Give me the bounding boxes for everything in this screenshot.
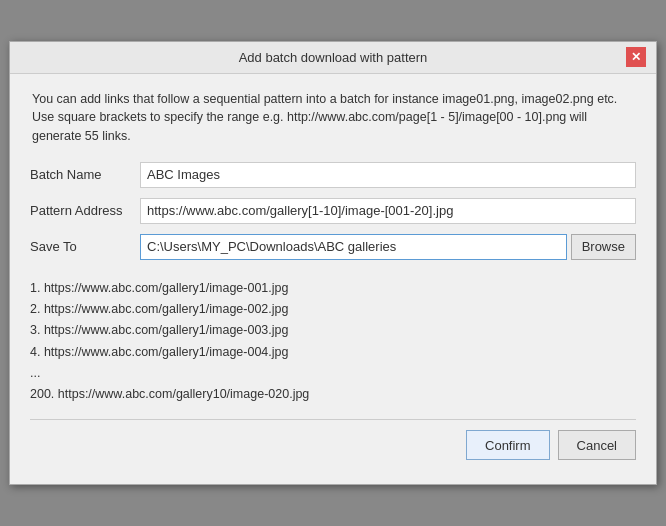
batch-name-label: Batch Name xyxy=(30,167,140,182)
save-to-input[interactable] xyxy=(140,234,567,260)
cancel-button[interactable]: Cancel xyxy=(558,430,636,460)
preview-line-1: 1. https://www.abc.com/gallery1/image-00… xyxy=(30,278,636,299)
save-to-row: Save To Browse xyxy=(30,234,636,260)
preview-line-3: 3. https://www.abc.com/gallery1/image-00… xyxy=(30,320,636,341)
save-to-label: Save To xyxy=(30,239,140,254)
browse-button[interactable]: Browse xyxy=(571,234,636,260)
preview-line-last: 200. https://www.abc.com/gallery10/image… xyxy=(30,384,636,405)
pattern-address-label: Pattern Address xyxy=(30,203,140,218)
close-button[interactable]: ✕ xyxy=(626,47,646,67)
description-text: You can add links that follow a sequenti… xyxy=(30,90,636,146)
confirm-button[interactable]: Confirm xyxy=(466,430,550,460)
dialog-title: Add batch download with pattern xyxy=(239,50,428,65)
preview-list: 1. https://www.abc.com/gallery1/image-00… xyxy=(30,274,636,410)
preview-line-2: 2. https://www.abc.com/gallery1/image-00… xyxy=(30,299,636,320)
batch-name-row: Batch Name xyxy=(30,162,636,188)
dialog-body: You can add links that follow a sequenti… xyxy=(10,74,656,485)
pattern-address-row: Pattern Address xyxy=(30,198,636,224)
divider xyxy=(30,419,636,420)
button-row: Confirm Cancel xyxy=(30,430,636,468)
preview-line-4: 4. https://www.abc.com/gallery1/image-00… xyxy=(30,342,636,363)
preview-line-ellipsis: ... xyxy=(30,363,636,384)
pattern-address-input[interactable] xyxy=(140,198,636,224)
batch-name-input[interactable] xyxy=(140,162,636,188)
add-batch-dialog: Add batch download with pattern ✕ You ca… xyxy=(9,41,657,486)
title-bar: Add batch download with pattern ✕ xyxy=(10,42,656,74)
